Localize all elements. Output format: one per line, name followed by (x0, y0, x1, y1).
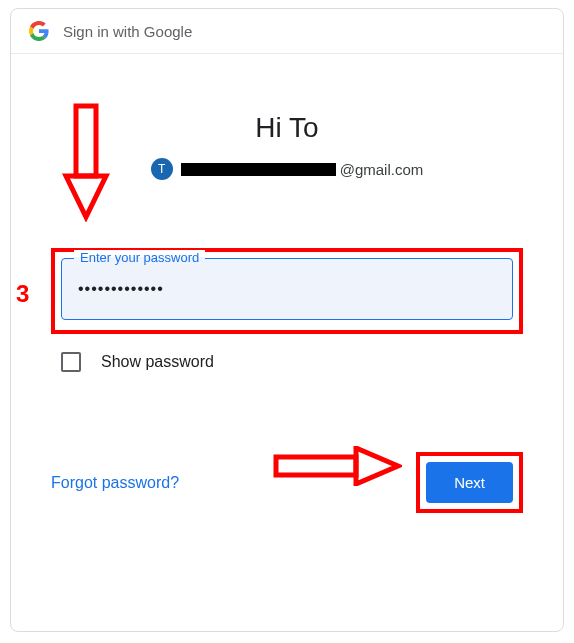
annotation-arrow-right-icon (272, 446, 402, 486)
show-password-row: Show password (61, 352, 523, 372)
next-button[interactable]: Next (426, 462, 513, 503)
svg-marker-1 (66, 176, 106, 217)
svg-rect-0 (76, 106, 96, 176)
greeting-text: Hi To (51, 112, 523, 144)
google-logo-icon (29, 21, 49, 41)
svg-marker-3 (356, 448, 398, 484)
show-password-checkbox[interactable] (61, 352, 81, 372)
password-field[interactable]: Enter your password (61, 258, 513, 320)
password-label: Enter your password (74, 250, 205, 265)
card-header: Sign in with Google (11, 9, 563, 54)
account-chip[interactable]: T @gmail.com (151, 158, 424, 180)
annotation-box-next: Next (416, 452, 523, 513)
svg-rect-2 (276, 457, 356, 475)
forgot-password-link[interactable]: Forgot password? (51, 474, 179, 492)
header-title: Sign in with Google (63, 23, 192, 40)
avatar: T (151, 158, 173, 180)
annotation-step-number: 3 (16, 280, 29, 308)
show-password-label: Show password (101, 353, 214, 371)
email-domain: @gmail.com (340, 161, 424, 178)
password-input[interactable] (78, 280, 496, 298)
email-redacted (181, 163, 336, 176)
annotation-box-password: Enter your password (51, 248, 523, 334)
annotation-arrow-down-icon (62, 102, 110, 222)
